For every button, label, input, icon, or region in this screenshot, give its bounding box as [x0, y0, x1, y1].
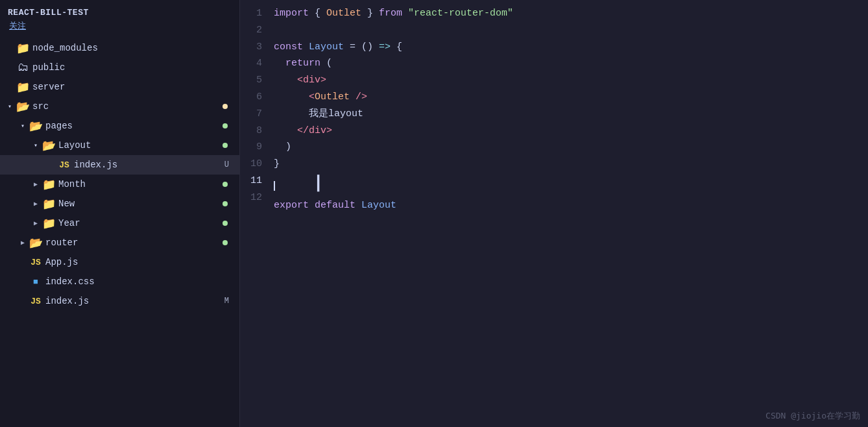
sidebar-item-year[interactable]: ▶ 📁 Year	[0, 214, 239, 233]
watermark: CSDN @jiojio在学习勤	[766, 410, 860, 422]
js-file-icon: JS	[29, 294, 43, 308]
folder-icon: 📁	[16, 41, 30, 55]
line-num: 10	[240, 156, 262, 173]
line-num: 8	[240, 123, 262, 140]
file-label: src	[32, 101, 223, 112]
sidebar-item-month[interactable]: ▶ 📁 Month	[0, 175, 239, 194]
code-line-2	[274, 22, 868, 39]
project-name: REACT-BILL-TEST	[8, 8, 89, 18]
file-label: New	[58, 199, 223, 209]
chevron-closed-icon: ▶	[18, 239, 27, 247]
sidebar-item-pages[interactable]: ▾ 📂 pages	[0, 116, 239, 136]
chevron-closed-icon: ▶	[31, 180, 40, 188]
sidebar-item-public[interactable]: 🗂 public	[0, 58, 239, 77]
line-numbers: 1 2 3 4 5 6 7 8 9 10 11 12	[240, 3, 274, 427]
sidebar: REACT-BILL-TEST 关注 📁 node_modules 🗂 publ…	[0, 0, 240, 427]
line-num: 5	[240, 72, 262, 89]
file-badge: M	[224, 297, 229, 306]
code-line-6: <Outlet />	[274, 89, 868, 106]
chevron-open-icon: ▾	[31, 141, 40, 149]
sidebar-item-layout[interactable]: ▾ 📂 Layout	[0, 136, 239, 155]
modified-dot	[223, 201, 228, 206]
modified-dot	[223, 221, 228, 226]
watermark-text: CSDN @jiojio在学习勤	[766, 411, 860, 421]
sidebar-item-app-js[interactable]: JS App.js	[0, 252, 239, 272]
file-label: index.js	[74, 160, 224, 170]
code-line-1: import { Outlet } from "react-router-dom…	[274, 5, 868, 22]
file-label: Month	[58, 179, 223, 189]
modified-dot	[223, 182, 228, 187]
modified-dot	[223, 104, 228, 109]
line-num: 4	[240, 55, 262, 72]
line-num: 12	[240, 189, 262, 206]
file-label: server	[32, 82, 234, 92]
file-tree: 📁 node_modules 🗂 public 📁 server ▾ 📂 src	[0, 38, 239, 311]
line-num: 2	[240, 22, 262, 39]
sidebar-item-index-js[interactable]: JS index.js M	[0, 291, 239, 311]
code-editor[interactable]: import { Outlet } from "react-router-dom…	[274, 3, 868, 427]
sidebar-item-server[interactable]: 📁 server	[0, 77, 239, 97]
file-label: Layout	[58, 140, 223, 151]
file-label: public	[32, 62, 234, 73]
js-file-icon: JS	[29, 255, 43, 269]
modified-dot	[223, 123, 228, 128]
code-line-3: const Layout = () => {	[274, 39, 868, 56]
folder-icon: 🗂	[16, 60, 30, 75]
sidebar-item-router[interactable]: ▶ 📂 router	[0, 233, 239, 252]
modified-dot	[223, 143, 228, 148]
chevron-closed-icon: ▶	[31, 200, 40, 208]
text-cursor	[274, 181, 275, 191]
folder-year-icon: 📁	[42, 216, 56, 230]
file-label: router	[45, 238, 223, 248]
file-label: App.js	[45, 257, 234, 267]
file-label: index.css	[45, 276, 234, 287]
sidebar-item-layout-index-js[interactable]: JS index.js U	[0, 155, 239, 175]
line-num: 9	[240, 139, 262, 156]
line-num: 6	[240, 89, 262, 106]
folder-src-icon: 📂	[16, 99, 30, 114]
line-num: 7	[240, 106, 262, 123]
folder-router-icon: 📂	[29, 236, 43, 250]
line-num: 11	[240, 173, 262, 189]
code-line-12: export default Layout	[274, 197, 868, 214]
folder-new-icon: 📁	[42, 197, 56, 211]
code-line-11: ┃	[274, 173, 868, 197]
code-line-7: 我是layout	[274, 106, 868, 123]
subscribe-label[interactable]: 关注	[9, 21, 26, 31]
sidebar-item-index-css[interactable]: ■ index.css	[0, 272, 239, 291]
sidebar-item-node-modules[interactable]: 📁 node_modules	[0, 38, 239, 58]
file-label: pages	[45, 121, 223, 131]
editor-panel: 1 2 3 4 5 6 7 8 9 10 11 12 import { Outl…	[240, 0, 868, 427]
line-num: 3	[240, 39, 262, 56]
code-line-10: }	[274, 156, 868, 173]
folder-icon: 📁	[16, 80, 30, 94]
code-line-4: return (	[274, 55, 868, 72]
chevron-open-icon: ▾	[18, 122, 27, 130]
chevron-closed-icon: ▶	[31, 219, 40, 227]
file-label: index.js	[45, 296, 224, 306]
modified-dot	[223, 240, 228, 245]
file-badge: U	[224, 160, 229, 169]
sidebar-header: REACT-BILL-TEST 关注	[0, 0, 239, 38]
folder-layout-icon: 📂	[42, 138, 56, 152]
code-line-5: <div>	[274, 72, 868, 89]
chevron-open-icon: ▾	[5, 103, 14, 110]
sidebar-item-src[interactable]: ▾ 📂 src	[0, 97, 239, 116]
folder-pages-icon: 📂	[29, 119, 43, 133]
code-area: 1 2 3 4 5 6 7 8 9 10 11 12 import { Outl…	[240, 0, 868, 427]
js-file-icon: JS	[57, 158, 71, 172]
css-file-icon: ■	[29, 274, 43, 289]
file-label: Year	[58, 218, 223, 228]
folder-month-icon: 📁	[42, 177, 56, 191]
sidebar-item-new[interactable]: ▶ 📁 New	[0, 194, 239, 214]
code-line-9: )	[274, 139, 868, 156]
line-num: 1	[240, 5, 262, 22]
code-line-8: </div>	[274, 123, 868, 140]
file-label: node_modules	[32, 43, 234, 53]
